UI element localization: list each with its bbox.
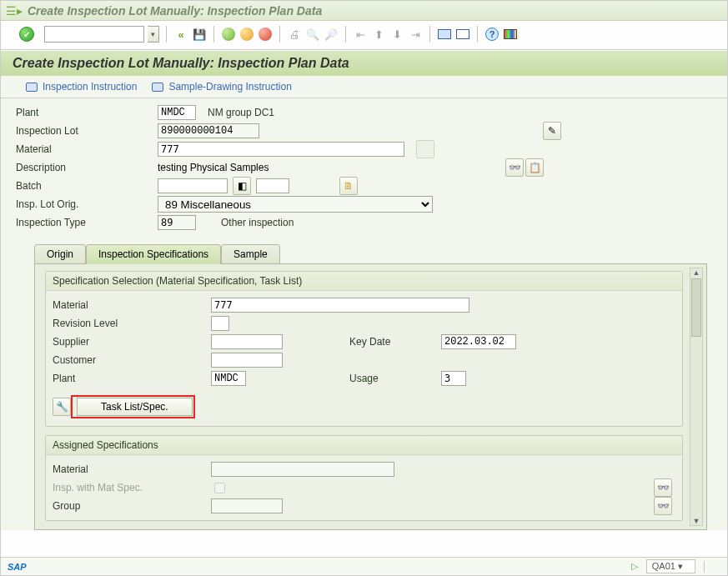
transaction-code: QA01 ▾ xyxy=(646,559,695,573)
spec-plant-field[interactable] xyxy=(211,371,246,386)
description-value: testing Physical Samples xyxy=(158,162,269,173)
description-label: Description xyxy=(16,162,158,173)
inspection-instruction-link[interactable]: Inspection Instruction xyxy=(26,81,137,93)
revision-level-field[interactable] xyxy=(211,316,229,331)
batch-label: Batch xyxy=(16,180,158,192)
plant-label: Plant xyxy=(16,107,158,118)
sample-drawing-instruction-link[interactable]: Sample-Drawing Instruction xyxy=(152,81,291,93)
material-field[interactable] xyxy=(158,142,404,157)
customize-icon[interactable] xyxy=(503,27,518,42)
new-session-icon[interactable] xyxy=(437,27,452,42)
customer-label: Customer xyxy=(53,354,211,366)
assigned-spec-title: Assigned Specifications xyxy=(46,436,682,455)
next-page-icon: ⬇ xyxy=(389,27,404,42)
task-list-highlight: Task List/Spec. xyxy=(71,395,195,418)
toolbar-separator xyxy=(345,26,346,43)
key-date-field[interactable] xyxy=(441,334,516,349)
assigned-display-button-2[interactable]: 👓 xyxy=(654,497,672,515)
header-form: Plant NM group DC1 Inspection Lot ✎ Mate… xyxy=(1,98,727,530)
print-icon xyxy=(26,83,38,92)
usage-label: Usage xyxy=(349,373,441,384)
inspection-type-field xyxy=(158,215,196,230)
tab-origin-label: Origin xyxy=(47,248,73,260)
page-title: Create Inspection Lot Manually: Inspecti… xyxy=(1,50,727,76)
inspection-lot-field xyxy=(158,123,259,138)
tab-origin[interactable]: Origin xyxy=(34,244,86,264)
spec-selection-group: Specification Selection (Material Specif… xyxy=(45,271,683,427)
toolbar-separator xyxy=(477,26,478,43)
print-icon: 🖨 xyxy=(287,27,302,42)
spec-selection-title: Specification Selection (Material Specif… xyxy=(46,272,682,291)
group-label: Group xyxy=(53,500,211,512)
material-extra-button[interactable] xyxy=(416,140,434,158)
plant-field[interactable] xyxy=(158,105,196,120)
spec-plant-label: Plant xyxy=(53,373,211,384)
layout-icon[interactable] xyxy=(455,27,470,42)
copy-object-button[interactable]: 📋 xyxy=(525,158,544,177)
assigned-material-field xyxy=(211,462,394,477)
assigned-display-button-1[interactable]: 👓 xyxy=(654,478,672,497)
tab-sample-label: Sample xyxy=(233,248,268,260)
change-lot-button[interactable]: ✎ xyxy=(543,122,561,140)
command-field[interactable] xyxy=(44,26,144,43)
supplier-label: Supplier xyxy=(53,336,211,348)
save-icon[interactable]: 💾 xyxy=(192,27,207,42)
tab-spec-label: Inspection Specifications xyxy=(98,248,208,260)
usage-field[interactable] xyxy=(441,371,466,386)
toolbar-separator xyxy=(279,26,280,43)
tab-scrollbar[interactable]: ▲ ▼ xyxy=(690,268,703,526)
spec-material-label: Material xyxy=(53,299,211,311)
customer-field[interactable] xyxy=(211,353,283,368)
scroll-down-icon[interactable]: ▼ xyxy=(693,517,700,525)
enter-button[interactable] xyxy=(19,27,34,42)
scroll-thumb[interactable] xyxy=(691,278,701,337)
insp-lot-orig-dropdown[interactable]: 89 Miscellaneous xyxy=(158,196,433,213)
supplier-field[interactable] xyxy=(211,334,283,349)
system-toolbar: ▾ « 💾 🖨 🔍 🔎 ⇤ ⬆ ⬇ ⇥ ? xyxy=(1,21,727,50)
prev-page-icon: ⬆ xyxy=(371,27,386,42)
find-next-icon: 🔎 xyxy=(324,27,339,42)
task-list-spec-label: Task List/Spec. xyxy=(101,401,168,413)
inspection-type-desc: Other inspection xyxy=(221,217,294,228)
plant-description: NM group DC1 xyxy=(208,107,274,118)
inspection-lot-label: Inspection Lot xyxy=(16,125,158,137)
back-ball-icon[interactable] xyxy=(221,27,236,42)
group-field xyxy=(211,498,283,513)
help-icon[interactable]: ? xyxy=(484,27,500,42)
status-nav-icon[interactable]: ▷ xyxy=(631,561,638,572)
window-titlebar: ☰▸ Create Inspection Lot Manually: Inspe… xyxy=(1,1,727,21)
window-title: Create Inspection Lot Manually: Inspecti… xyxy=(28,4,322,18)
exit-ball-icon[interactable] xyxy=(239,27,254,42)
command-dropdown[interactable]: ▾ xyxy=(148,26,159,43)
batch-field[interactable] xyxy=(158,178,228,193)
insp-mat-spec-label: Insp. with Mat Spec. xyxy=(53,482,211,493)
tab-inspection-specifications[interactable]: Inspection Specifications xyxy=(86,244,221,264)
application-toolbar: Inspection Instruction Sample-Drawing In… xyxy=(1,76,727,98)
task-list-spec-button[interactable]: Task List/Spec. xyxy=(77,398,193,416)
assigned-spec-group: Assigned Specifications Material Insp. w… xyxy=(45,435,683,521)
last-page-icon: ⇥ xyxy=(408,27,423,42)
assigned-material-label: Material xyxy=(53,463,211,475)
find-icon: 🔍 xyxy=(305,27,320,42)
display-object-button[interactable]: 👓 xyxy=(505,158,524,177)
batch-search-button[interactable]: ◧ xyxy=(233,177,251,195)
sample-drawing-label: Sample-Drawing Instruction xyxy=(168,81,291,93)
material-label: Material xyxy=(16,143,158,155)
toolbar-separator xyxy=(213,26,214,43)
tabstrip: Origin Inspection Specifications Sample xyxy=(34,243,719,263)
tab-sample[interactable]: Sample xyxy=(221,244,280,264)
app-menu-icon[interactable]: ☰▸ xyxy=(6,4,23,18)
create-batch-button[interactable]: 🗎 xyxy=(339,177,358,195)
spec-material-field[interactable] xyxy=(211,298,469,313)
cancel-ball-icon[interactable] xyxy=(258,27,273,42)
toolbar-separator xyxy=(166,26,167,43)
batch-extra-field[interactable] xyxy=(256,178,289,193)
back-icon[interactable]: « xyxy=(173,27,188,42)
scroll-up-icon[interactable]: ▲ xyxy=(693,268,700,277)
insp-mat-spec-checkbox xyxy=(214,483,225,493)
spec-display-button[interactable]: 🔧 xyxy=(53,398,71,416)
toolbar-separator xyxy=(429,26,430,43)
first-page-icon: ⇤ xyxy=(353,27,368,42)
revision-level-label: Revision Level xyxy=(53,318,211,329)
print-icon xyxy=(152,83,163,92)
